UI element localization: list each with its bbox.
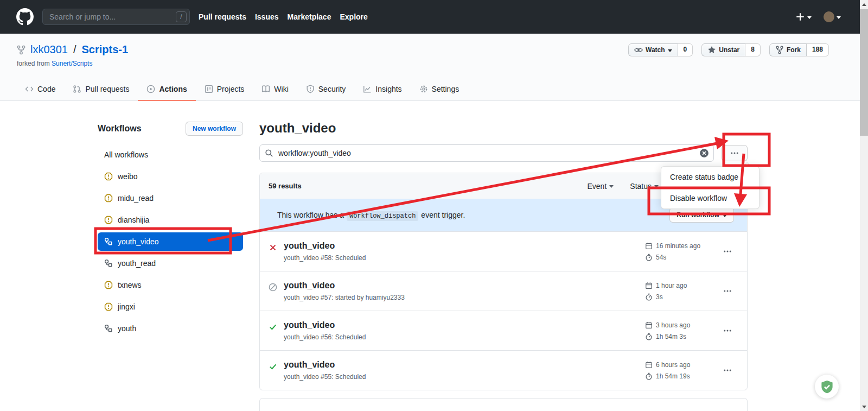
sidebar-item-all-workflows[interactable]: All workflows bbox=[98, 146, 243, 164]
new-workflow-button[interactable]: New workflow bbox=[186, 122, 243, 136]
repo-actions: Watch 0 Unstar 8 Fork 188 bbox=[628, 43, 829, 56]
watch-button[interactable]: Watch bbox=[628, 43, 678, 56]
menu-item-disable-workflow[interactable]: Disable workflow bbox=[661, 187, 759, 208]
run-title-link[interactable]: youth_video bbox=[284, 281, 645, 290]
repo-title: lxk0301 / Scripts-1 bbox=[16, 43, 128, 56]
navbar-link-explore[interactable]: Explore bbox=[340, 12, 367, 21]
calendar-icon bbox=[645, 242, 653, 250]
run-title-link[interactable]: youth_video bbox=[284, 241, 645, 251]
tab-settings[interactable]: Settings bbox=[411, 78, 468, 101]
workflow-runs-panel: youth_video 59 results Event Status This… bbox=[259, 121, 748, 411]
status-filter-dropdown[interactable]: Status bbox=[630, 182, 659, 191]
kebab-icon bbox=[730, 149, 739, 157]
sidebar-item-youth-read[interactable]: youth_read bbox=[98, 254, 243, 273]
sidebar-item-midu-read[interactable]: midu_read bbox=[98, 189, 243, 207]
tab-wiki[interactable]: Wiki bbox=[253, 78, 297, 101]
run-workflow-button[interactable]: Run workflow bbox=[669, 207, 734, 223]
tab-pull-requests[interactable]: Pull requests bbox=[64, 78, 138, 101]
tab-security[interactable]: Security bbox=[297, 78, 355, 101]
clear-filter-button[interactable] bbox=[699, 148, 709, 158]
tab-actions[interactable]: Actions bbox=[138, 78, 195, 101]
run-options-button[interactable] bbox=[717, 366, 738, 375]
workflow-status-icon bbox=[104, 302, 113, 311]
fork-count[interactable]: 188 bbox=[807, 43, 829, 56]
run-options-button[interactable] bbox=[717, 247, 738, 256]
sidebar-item-dianshijia[interactable]: dianshijia bbox=[98, 211, 243, 229]
stopwatch-icon bbox=[645, 372, 653, 380]
run-status-icon bbox=[269, 362, 277, 371]
star-button-group: Unstar 8 bbox=[701, 43, 761, 56]
caret-down-icon bbox=[654, 185, 659, 190]
forked-from-label: forked from bbox=[17, 60, 50, 67]
run-meta: 1 hour ago 3s bbox=[645, 282, 717, 301]
x-circle-icon bbox=[699, 148, 709, 158]
sidebar-item-weibo[interactable]: weibo bbox=[98, 167, 243, 186]
workflow-status-icon bbox=[104, 172, 113, 181]
stopwatch-icon bbox=[645, 333, 653, 340]
kebab-icon bbox=[723, 247, 732, 256]
user-menu[interactable] bbox=[824, 11, 841, 22]
runs-rows: youth_video youth_video #58: Scheduled 1… bbox=[260, 231, 747, 390]
scroll-up-button[interactable] bbox=[860, 0, 868, 9]
tab-icon bbox=[25, 85, 34, 93]
run-options-button[interactable] bbox=[717, 326, 738, 335]
parent-repo-link[interactable]: Sunert/Scripts bbox=[52, 60, 92, 67]
stopwatch-icon bbox=[645, 293, 653, 301]
caret-down-icon bbox=[837, 16, 841, 21]
workflow-runs-list-next: youth_video bbox=[259, 398, 748, 411]
run-status-icon bbox=[269, 243, 277, 252]
slash-key-hint: / bbox=[176, 11, 187, 22]
stopwatch-icon bbox=[645, 254, 653, 261]
workflow-run-row: youth_video youth_video #56: Scheduled 3… bbox=[260, 311, 747, 350]
tab-code[interactable]: Code bbox=[16, 78, 64, 101]
fork-button-group: Fork 188 bbox=[769, 43, 829, 56]
workflow-status-icon bbox=[104, 237, 113, 246]
github-mark-icon bbox=[16, 8, 34, 26]
fork-button[interactable]: Fork bbox=[769, 43, 807, 56]
tab-icon bbox=[205, 85, 213, 93]
navbar-link-marketplace[interactable]: Marketplace bbox=[288, 12, 331, 21]
run-subtitle: youth_video #55: Scheduled bbox=[284, 373, 645, 381]
github-logo[interactable] bbox=[16, 8, 34, 26]
run-title-link[interactable]: youth_video bbox=[284, 360, 645, 370]
menu-caret bbox=[743, 158, 751, 167]
menu-item-create-status-badge[interactable]: Create status badge bbox=[661, 167, 759, 187]
navbar-link-issues[interactable]: Issues bbox=[255, 12, 279, 21]
calendar-icon bbox=[645, 282, 653, 289]
repo-name-link[interactable]: Scripts-1 bbox=[82, 43, 129, 56]
sidebar-item-youth[interactable]: youth bbox=[98, 319, 243, 338]
event-filter-dropdown[interactable]: Event bbox=[587, 182, 614, 191]
scrollbar-thumb[interactable] bbox=[860, 9, 868, 136]
tab-insights[interactable]: Insights bbox=[354, 78, 410, 101]
sidebar-item-txnews[interactable]: txnews bbox=[98, 276, 243, 294]
header-nav: Pull requestsIssuesMarketplaceExplore bbox=[199, 12, 368, 21]
workflow-status-icon bbox=[104, 324, 113, 333]
sidebar-item-youth-video[interactable]: youth_video bbox=[98, 232, 243, 251]
github-header: / Pull requestsIssuesMarketplaceExplore bbox=[0, 0, 868, 34]
run-options-button[interactable] bbox=[717, 287, 738, 295]
run-subtitle: youth_video #56: Scheduled bbox=[284, 333, 645, 341]
results-count: 59 results bbox=[269, 182, 302, 190]
navbar-link-pull-requests[interactable]: Pull requests bbox=[199, 12, 246, 21]
kebab-icon bbox=[723, 326, 732, 335]
tab-projects[interactable]: Projects bbox=[196, 78, 253, 101]
workflow-status-icon bbox=[104, 216, 113, 224]
avatar bbox=[824, 11, 834, 22]
create-new-button[interactable] bbox=[795, 12, 812, 22]
kebab-icon bbox=[723, 366, 732, 375]
run-meta: 3 hours ago 1h 54m 3s bbox=[645, 321, 717, 340]
global-search-input[interactable] bbox=[42, 9, 190, 25]
watch-count[interactable]: 0 bbox=[678, 43, 693, 56]
runs-filter-input[interactable] bbox=[259, 144, 714, 162]
star-count[interactable]: 8 bbox=[745, 43, 761, 56]
repo-owner-link[interactable]: lxk0301 bbox=[30, 43, 68, 56]
run-title-link[interactable]: youth_video bbox=[284, 320, 645, 330]
caret-down-icon bbox=[609, 185, 614, 190]
adguard-shield-button[interactable] bbox=[815, 375, 839, 399]
scrollbar bbox=[860, 0, 868, 411]
run-subtitle: youth_video #58: Scheduled bbox=[284, 254, 645, 262]
scroll-down-button[interactable] bbox=[860, 402, 868, 411]
sidebar-item-jingxi[interactable]: jingxi bbox=[98, 298, 243, 316]
caret-down-icon bbox=[807, 16, 812, 21]
unstar-button[interactable]: Unstar bbox=[701, 43, 745, 56]
